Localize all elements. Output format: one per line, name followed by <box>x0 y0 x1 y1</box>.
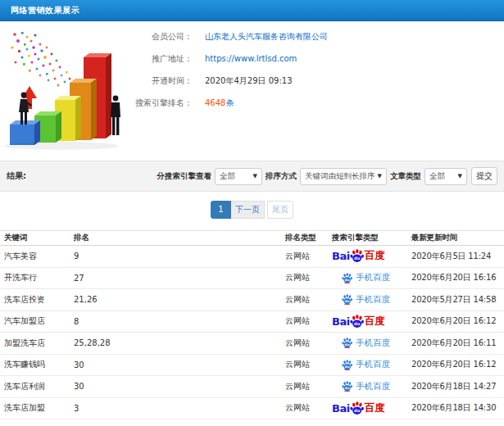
rank-type-cell: 云网站 <box>283 246 332 268</box>
header-bar: 网络营销效果展示 <box>0 0 504 21</box>
rank-cell[interactable]: 30 <box>74 376 283 398</box>
table-row: 汽车美容 9 云网站 Bai du 百度 2020年6月5日 11:24 <box>0 246 504 268</box>
engine-type-cell: Bai du 百度 <box>332 246 407 268</box>
table-row: 洗车店投资 21,26 云网站 du 手机百度 2020年5月27日 14:58 <box>0 289 504 311</box>
rank-cell[interactable]: 8 <box>74 310 283 333</box>
rank-cell[interactable]: 3 <box>74 397 283 419</box>
rank-cell[interactable]: 30 <box>74 354 283 376</box>
page-1-button[interactable]: 1 <box>211 201 231 219</box>
company-label: 会员公司： <box>0 25 193 48</box>
engine-type-cell: Bai du 百度 <box>332 397 407 419</box>
result-label: 结果: <box>7 170 26 182</box>
baidu-logo: Bai du 百度 <box>332 401 407 415</box>
baidu-paw-icon: du <box>342 338 352 348</box>
chevron-down-icon: ▼ <box>458 173 462 179</box>
chevron-down-icon: ▼ <box>253 173 257 179</box>
keyword-cell: 洗车店利润 <box>0 376 74 398</box>
rank-type-cell: 云网站 <box>283 376 332 398</box>
url-value[interactable]: https://www.lrtlsd.com <box>205 54 297 63</box>
info-row-rank-count: 搜索引擎排名：4648条 <box>0 92 504 114</box>
url-label: 推广地址： <box>0 48 193 70</box>
updated-cell: 2020年6月20日 16:16 <box>407 267 504 289</box>
summary-section: 会员公司：山东老人头汽车服务咨询有限公司 推广地址：https://www.lr… <box>0 21 504 161</box>
company-value[interactable]: 山东老人头汽车服务咨询有限公司 <box>205 32 328 41</box>
svg-text:du: du <box>345 278 350 282</box>
rank-type-cell: 云网站 <box>283 310 332 333</box>
keyword-cell: 洗车店投资 <box>0 289 74 311</box>
baidu-paw-icon: du <box>350 249 364 263</box>
rank-cell[interactable]: 27 <box>74 267 283 289</box>
engine-type-cell: du 手机百度 <box>332 376 407 398</box>
col-updated: 最新更新时间 <box>407 231 504 246</box>
type-label: 文章类型 <box>390 171 421 182</box>
rank-count-value: 4648 <box>205 98 225 107</box>
rank-cell[interactable]: 9 <box>74 246 283 268</box>
baidu-paw-icon: du <box>350 315 364 329</box>
svg-text:du: du <box>345 342 350 347</box>
svg-text:du: du <box>354 408 361 413</box>
col-keyword: 关键词 <box>0 231 74 246</box>
rank-type-cell: 云网站 <box>283 267 332 289</box>
mobile-baidu-logo: du 手机百度 <box>342 272 407 283</box>
table-row: 汽车加盟店 8 云网站 Bai du 百度 2020年6月20日 16:12 <box>0 310 504 333</box>
engine-filter-label: 分搜索引擎查看 <box>157 171 212 182</box>
baidu-paw-icon: du <box>342 360 352 370</box>
keyword-cell: 汽车加盟店 <box>0 310 74 333</box>
last-page-button[interactable]: 尾页 <box>267 201 293 219</box>
updated-cell: 2020年6月5日 11:24 <box>407 246 504 268</box>
info-row-company: 会员公司：山东老人头汽车服务咨询有限公司 <box>0 25 504 48</box>
open-time-value: 2020年4月29日 09:13 <box>205 76 293 85</box>
col-engine-type: 搜索引擎类型 <box>332 231 407 246</box>
member-info: 会员公司：山东老人头汽车服务咨询有限公司 推广地址：https://www.lr… <box>0 25 504 114</box>
table-row: 洗车店利润 30 云网站 du 手机百度 2020年6月18日 14:27 <box>0 376 504 398</box>
results-table: 关键词 排名 排名类型 搜索引擎类型 最新更新时间 汽车美容 9 云网站 Bai… <box>0 230 504 419</box>
keyword-cell: 汽车美容 <box>0 246 74 268</box>
sort-label: 排序方式 <box>266 171 297 182</box>
type-select[interactable]: 全部▼ <box>425 168 467 185</box>
chevron-down-icon: ▼ <box>378 173 382 179</box>
rank-cell[interactable]: 21,26 <box>74 289 283 311</box>
rank-count-suffix: 条 <box>225 98 234 107</box>
engine-type-cell: du 手机百度 <box>332 354 407 376</box>
updated-cell: 2020年6月20日 16:12 <box>407 310 504 333</box>
mobile-baidu-logo: du 手机百度 <box>342 294 407 306</box>
engine-type-cell: du 手机百度 <box>332 333 407 355</box>
updated-cell: 2020年6月18日 14:30 <box>407 397 504 419</box>
rank-cell[interactable]: 25,28,28 <box>74 333 283 355</box>
svg-text:du: du <box>354 321 361 326</box>
submit-button[interactable]: 提交 <box>471 167 497 185</box>
baidu-paw-icon: du <box>342 294 352 305</box>
page-title: 网络营销效果展示 <box>11 5 79 16</box>
info-row-open-time: 开通时间：2020年4月29日 09:13 <box>0 70 504 92</box>
table-row: 洗车店加盟 3 云网站 Bai du 百度 2020年6月18日 14:30 <box>0 397 504 419</box>
rank-type-cell: 云网站 <box>283 289 332 311</box>
filter-bar: 结果: 分搜索引擎查看 全部▼ 排序方式 关键词由短到长排序▼ 文章类型 全部▼… <box>0 161 504 192</box>
rank-count-label: 搜索引擎排名： <box>0 92 193 114</box>
engine-select[interactable]: 全部▼ <box>215 168 262 185</box>
table-row: 开洗车行 27 云网站 du 手机百度 2020年6月20日 16:16 <box>0 267 504 289</box>
table-row: 加盟洗车店 25,28,28 云网站 du 手机百度 2020年6月20日 16… <box>0 333 504 355</box>
engine-type-cell: du 手机百度 <box>332 289 407 311</box>
mobile-baidu-logo: du 手机百度 <box>342 381 407 392</box>
sort-select[interactable]: 关键词由短到长排序▼ <box>300 168 387 185</box>
rank-type-cell: 云网站 <box>283 354 332 376</box>
col-rank-type: 排名类型 <box>283 231 332 246</box>
open-time-label: 开通时间： <box>0 70 193 92</box>
mobile-baidu-logo: du 手机百度 <box>342 359 407 370</box>
baidu-paw-icon: du <box>350 401 364 415</box>
pagination: 1 下一页 尾页 <box>0 201 504 219</box>
table-header-row: 关键词 排名 排名类型 搜索引擎类型 最新更新时间 <box>0 231 504 246</box>
keyword-cell: 洗车店加盟 <box>0 397 74 419</box>
info-row-url: 推广地址：https://www.lrtlsd.com <box>0 48 504 70</box>
svg-text:du: du <box>354 256 361 261</box>
results-table-body: 汽车美容 9 云网站 Bai du 百度 2020年6月5日 11:24 开洗车… <box>0 246 504 419</box>
updated-cell: 2020年5月27日 14:58 <box>407 289 504 311</box>
rank-type-cell: 云网站 <box>283 333 332 355</box>
next-page-button[interactable]: 下一页 <box>231 201 265 219</box>
svg-text:du: du <box>345 299 350 303</box>
filter-controls: 分搜索引擎查看 全部▼ 排序方式 关键词由短到长排序▼ 文章类型 全部▼ 提交 <box>154 167 498 185</box>
mobile-baidu-logo: du 手机百度 <box>342 338 407 349</box>
baidu-logo: Bai du 百度 <box>332 315 407 329</box>
engine-type-cell: du 手机百度 <box>332 267 407 289</box>
updated-cell: 2020年6月18日 14:27 <box>407 376 504 398</box>
